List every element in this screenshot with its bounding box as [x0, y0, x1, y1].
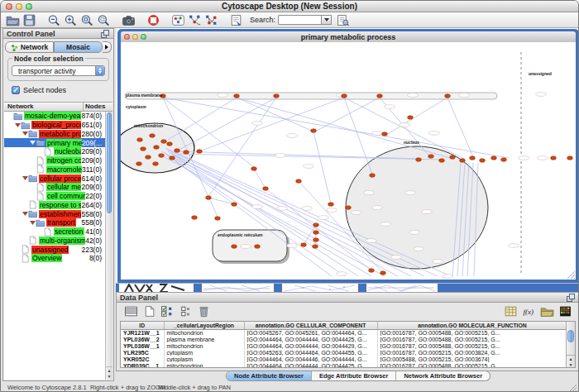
network-node[interactable] — [551, 156, 557, 160]
float-panel-icon[interactable] — [566, 293, 576, 303]
network-node[interactable] — [470, 156, 476, 160]
network-canvas[interactable]: plasma membranecytoplasmmitochondrionnuc… — [121, 42, 576, 280]
network-view-frame[interactable]: primary metabolic process plasma membran… — [117, 29, 579, 283]
tree-item-transport[interactable]: transport558(0) — [4, 218, 112, 227]
network-node[interactable] — [369, 269, 375, 273]
tab-mosaic[interactable]: Mosaic — [54, 41, 103, 53]
network-node[interactable] — [416, 158, 422, 162]
network-node[interactable] — [175, 149, 180, 153]
save-icon[interactable] — [22, 13, 36, 26]
search-options-icon[interactable] — [335, 13, 350, 26]
zoom-out-icon[interactable] — [46, 13, 61, 26]
network-node[interactable] — [167, 142, 173, 146]
node-color-dropdown[interactable]: transporter activity — [12, 65, 105, 76]
network-node[interactable] — [567, 156, 573, 160]
table-row[interactable]: YJR121W__1mitochondrion[GO:0045267, GO:0… — [121, 329, 567, 336]
network-node[interactable] — [215, 217, 221, 221]
network-node[interactable] — [234, 94, 240, 98]
close-button[interactable] — [6, 3, 12, 10]
network-node[interactable] — [370, 174, 376, 178]
network-node[interactable] — [445, 94, 451, 98]
table-row[interactable]: YKR052Ccytoplasm[GO:0044464, GO:0044446,… — [121, 356, 567, 362]
network-node[interactable] — [428, 155, 434, 159]
network-edge[interactable] — [199, 98, 344, 151]
network-node[interactable] — [232, 203, 237, 207]
matrix-icon[interactable] — [503, 305, 518, 318]
network-node[interactable] — [313, 238, 319, 242]
network-node[interactable] — [137, 138, 143, 142]
tree-item-macromolecule[interactable]: macromolecule311(0) — [4, 165, 112, 174]
network-node[interactable] — [197, 150, 203, 154]
network-graph[interactable]: plasma membranecytoplasmmitochondrionnuc… — [121, 42, 576, 280]
frame-zoom-button[interactable] — [141, 34, 146, 40]
network-node[interactable] — [274, 94, 280, 98]
tree-item-metabolic-process[interactable]: metabolic process280(0) — [4, 130, 112, 139]
network-node[interactable] — [161, 140, 167, 144]
tree-item-nucleobase-[interactable]: nucleobase-209(0) — [4, 147, 112, 156]
table-row[interactable]: YDR039C__1mitochondrion[GO:0044464, GO:0… — [121, 362, 567, 368]
network-node[interactable] — [450, 155, 456, 160]
tree-item-cellular-process[interactable]: cellular process614(0) — [4, 174, 112, 183]
network-node[interactable] — [170, 156, 175, 160]
minimize-button[interactable] — [16, 3, 22, 10]
network-edge[interactable] — [163, 98, 509, 158]
tab-edge-attribute-browser[interactable]: Edge Attribute Browser — [312, 371, 396, 380]
tree-scrollbar-arrows[interactable]: ▲▼ — [106, 366, 112, 380]
zoom-button[interactable] — [26, 3, 32, 10]
network-node[interactable] — [141, 147, 146, 151]
zoom-selected-icon[interactable] — [96, 13, 111, 26]
search-input[interactable] — [278, 15, 321, 25]
network-node[interactable] — [153, 162, 159, 166]
network-edge[interactable] — [208, 198, 234, 204]
import-attributes-icon[interactable] — [539, 305, 554, 318]
network-node[interactable] — [313, 231, 319, 235]
network-node[interactable] — [460, 159, 466, 163]
network-node[interactable] — [192, 216, 198, 220]
tree-scrollbar-thumb[interactable] — [107, 112, 112, 213]
network-node[interactable] — [263, 187, 269, 191]
tree-item-secretion[interactable]: secretion41(0) — [4, 227, 112, 237]
tree-item-response-to-stimulu[interactable]: response to stimulu264(0) — [4, 201, 112, 210]
frame-resize-grip-icon[interactable] — [567, 271, 575, 279]
network-node[interactable] — [346, 206, 352, 210]
network-node[interactable] — [146, 155, 151, 160]
select-nodes-checkbox[interactable]: ✓ — [12, 86, 20, 94]
network-node[interactable] — [232, 245, 237, 249]
network-edge[interactable] — [208, 98, 276, 197]
tree-item-cell-communicat[interactable]: cell communicat22(0) — [4, 192, 112, 201]
select-attributes-icon[interactable] — [160, 305, 175, 318]
tab-node-attribute-browser[interactable]: Node Attribute Browser — [227, 371, 312, 380]
attribute-list-icon[interactable] — [123, 305, 138, 318]
tree-item-cellular-metabo[interactable]: cellular metabo209(0) — [4, 183, 112, 192]
network-node[interactable] — [342, 94, 347, 98]
network-node[interactable] — [380, 271, 386, 275]
unselect-attributes-icon[interactable] — [178, 305, 193, 318]
network-node[interactable] — [439, 159, 445, 163]
table-row[interactable]: YPL036W__1mitochondrion[GO:0044464, GO:0… — [121, 342, 567, 349]
tree-item-primary-metabo[interactable]: primary metabo209(... — [4, 138, 112, 147]
new-page-icon[interactable] — [141, 305, 156, 318]
network-node[interactable] — [184, 151, 189, 155]
layout-icon-2[interactable] — [203, 13, 218, 26]
tab-network[interactable]: Network — [5, 41, 54, 53]
tab-network-attribute-browser[interactable]: Network Attribute Browser — [396, 371, 490, 380]
network-node[interactable] — [313, 223, 319, 227]
network-node[interactable] — [382, 132, 388, 136]
network-node[interactable] — [296, 179, 302, 184]
network-palette-icon[interactable] — [170, 13, 185, 26]
function-icon[interactable]: f(x) — [521, 305, 536, 318]
tree-item-mosaic-demo-yeast[interactable]: mosaic-demo-yeast874(0) — [4, 112, 112, 121]
network-node[interactable] — [251, 167, 257, 171]
network-node[interactable] — [311, 129, 317, 133]
web-service-icon[interactable] — [228, 13, 243, 26]
float-panel-icon[interactable] — [100, 29, 110, 39]
network-node[interactable] — [328, 203, 334, 207]
network-edge[interactable] — [237, 98, 453, 159]
search-dropdown-button[interactable] — [321, 15, 332, 25]
tree-scrollbar[interactable]: ▲▼ — [105, 112, 112, 380]
network-node[interactable] — [154, 146, 160, 150]
table-scrollbar-thumb[interactable] — [567, 330, 574, 342]
tree-expander-icon[interactable] — [29, 141, 36, 145]
layout-icon[interactable] — [187, 13, 202, 26]
tree-item-biological-process[interactable]: biological_process651(0) — [4, 121, 112, 130]
